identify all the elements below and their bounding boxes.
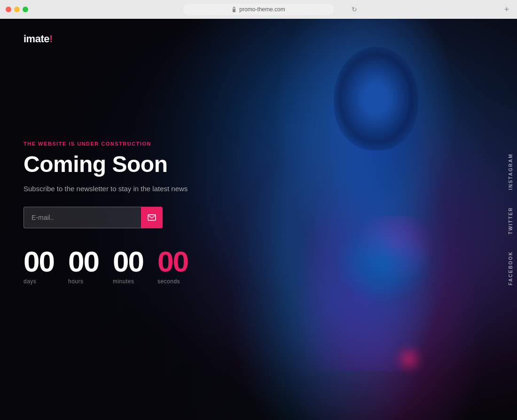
mail-icon — [148, 214, 156, 221]
traffic-lights — [6, 7, 28, 12]
days-value: 00 — [24, 247, 54, 276]
countdown-days: 00 days — [24, 247, 54, 285]
svg-rect-0 — [233, 9, 235, 12]
social-twitter[interactable]: TWITTER — [504, 198, 517, 242]
minimize-button[interactable] — [14, 7, 20, 12]
countdown-hours: 00 hours — [68, 247, 99, 285]
countdown-minutes: 00 minutes — [113, 247, 143, 285]
logo: imate! — [24, 33, 53, 45]
address-bar[interactable]: promo-theme.com — [183, 4, 334, 15]
social-sidebar: INSTAGRAM TWITTER FACEBOOK — [504, 145, 517, 294]
person-head — [334, 47, 418, 150]
url-text: promo-theme.com — [239, 6, 285, 13]
social-facebook[interactable]: FACEBOOK — [504, 243, 517, 294]
badge-text: THE WEBSITE IS UNDER CONSTRUCTION — [24, 141, 249, 147]
logo-text: imate — [24, 33, 49, 45]
hours-label: hours — [68, 278, 84, 285]
main-content: imate! THE WEBSITE IS UNDER CONSTRUCTION… — [0, 19, 517, 420]
content-section: THE WEBSITE IS UNDER CONSTRUCTION Coming… — [24, 141, 249, 285]
refresh-button[interactable]: ↻ — [352, 6, 357, 13]
email-form — [24, 207, 249, 228]
logo-exclaim: ! — [49, 33, 53, 45]
days-label: days — [24, 278, 36, 285]
email-input[interactable] — [24, 207, 141, 228]
countdown-seconds: 00 seconds — [157, 247, 188, 285]
countdown: 00 days 00 hours 00 minutes 00 seconds — [24, 247, 249, 285]
new-tab-button[interactable]: + — [502, 5, 511, 14]
social-instagram[interactable]: INSTAGRAM — [504, 145, 517, 199]
seconds-value: 00 — [157, 247, 188, 276]
email-submit-button[interactable] — [141, 207, 163, 228]
minutes-label: minutes — [113, 278, 134, 285]
close-button[interactable] — [6, 7, 11, 12]
seconds-label: seconds — [157, 278, 180, 285]
minutes-value: 00 — [113, 247, 143, 276]
browser-chrome: promo-theme.com ↻ + — [0, 0, 517, 19]
accent-glow — [395, 345, 423, 373]
svg-rect-1 — [148, 215, 156, 220]
hours-value: 00 — [68, 247, 99, 276]
lock-icon — [232, 7, 236, 12]
subtitle-text: Subscribe to the newsletter to stay in t… — [24, 185, 249, 193]
person-hands — [324, 216, 442, 310]
page-title: Coming Soon — [24, 151, 249, 177]
maximize-button[interactable] — [23, 7, 28, 12]
